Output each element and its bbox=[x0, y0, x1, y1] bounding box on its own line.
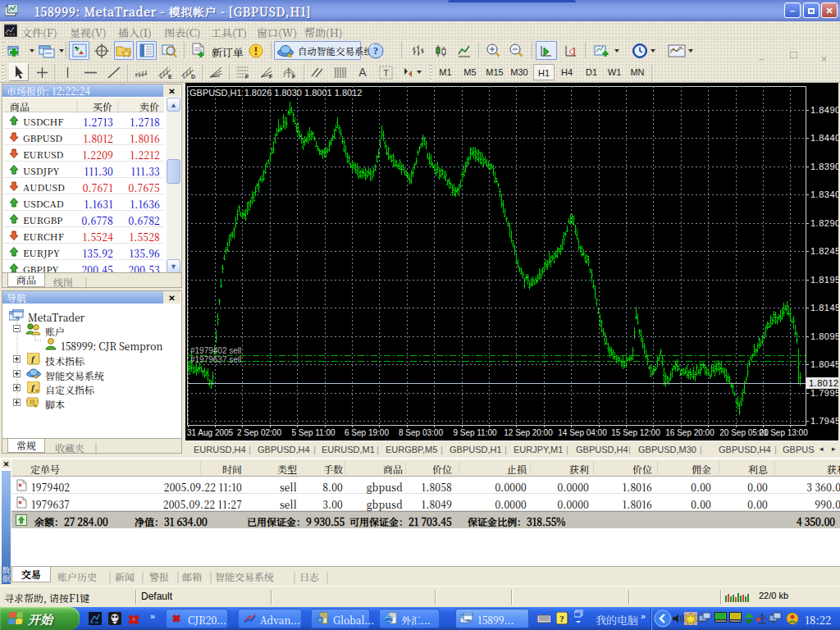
svg-text:1.8145: 1.8145 bbox=[810, 303, 838, 313]
svg-text:1.8095: 1.8095 bbox=[810, 331, 838, 341]
svg-text:1.7945: 1.7945 bbox=[810, 416, 838, 426]
svg-text:21 Sep 13:00: 21 Sep 13:00 bbox=[759, 428, 808, 437]
svg-text:F: F bbox=[292, 74, 296, 80]
svg-text:14 Sep 04:00: 14 Sep 04:00 bbox=[558, 428, 607, 437]
svg-text:6 Sep 19:00: 6 Sep 19:00 bbox=[345, 428, 389, 437]
svg-text:#1979637 sell: #1979637 sell bbox=[190, 355, 241, 364]
svg-text:1.8290: 1.8290 bbox=[810, 218, 838, 228]
svg-text:E: E bbox=[168, 74, 172, 80]
svg-text:1.8490: 1.8490 bbox=[810, 105, 838, 115]
svg-text:F: F bbox=[269, 74, 273, 80]
svg-text:15 Sep 12:00: 15 Sep 12:00 bbox=[611, 428, 660, 437]
svg-text:1.8245: 1.8245 bbox=[810, 246, 838, 256]
svg-text:1.8195: 1.8195 bbox=[810, 275, 838, 285]
svg-text:8 Sep 03:00: 8 Sep 03:00 bbox=[399, 428, 443, 437]
svg-text:?: ? bbox=[559, 614, 564, 623]
svg-text:1.8012: 1.8012 bbox=[809, 378, 838, 388]
svg-text:9 Sep 11:00: 9 Sep 11:00 bbox=[453, 428, 497, 437]
svg-text:T: T bbox=[383, 68, 389, 78]
svg-text:1.8440: 1.8440 bbox=[810, 133, 838, 143]
svg-text:1.8340: 1.8340 bbox=[810, 189, 838, 199]
svg-text:?: ? bbox=[373, 45, 378, 57]
svg-text:2 Sep 02:00: 2 Sep 02:00 bbox=[237, 428, 281, 437]
svg-text:16 Sep 20:00: 16 Sep 20:00 bbox=[665, 428, 714, 437]
svg-text:31 Aug 2005: 31 Aug 2005 bbox=[187, 428, 234, 437]
svg-text:GBPUSD,H1 1.8026 1.8030 1.800: GBPUSD,H1 1.8026 1.8030 1.8001 1.8012 bbox=[189, 88, 362, 98]
svg-text:1.7995: 1.7995 bbox=[810, 388, 838, 398]
svg-text:1.8045: 1.8045 bbox=[810, 359, 838, 369]
svg-text:F: F bbox=[245, 74, 249, 80]
svg-text:12 Sep 20:00: 12 Sep 20:00 bbox=[504, 428, 553, 437]
svg-text:1.8390: 1.8390 bbox=[810, 162, 838, 171]
svg-text:w: w bbox=[465, 618, 470, 623]
svg-text:5 Sep 11:00: 5 Sep 11:00 bbox=[291, 428, 336, 437]
svg-text:#1979402 sell: #1979402 sell bbox=[190, 346, 241, 355]
svg-text:D: D bbox=[191, 74, 195, 80]
